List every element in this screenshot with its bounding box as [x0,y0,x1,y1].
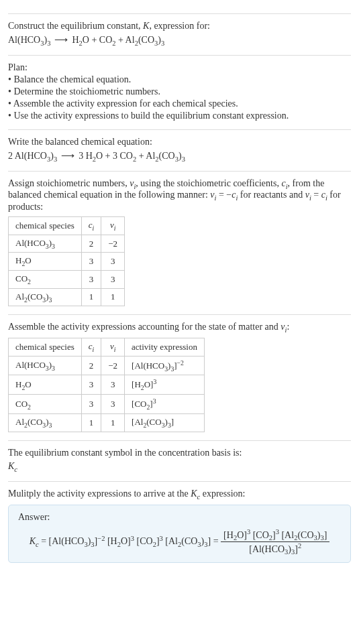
cell-vi: 3 [101,270,125,288]
plan-item: • Use the activity expressions to build … [8,111,351,121]
answer-formula: Kc = [Al(HCO3)3]−2 [H2O]3 [CO2]3 [Al2(CO… [18,528,341,556]
cell-vi: 3 [101,395,125,414]
symbol-text: The equilibrium constant symbol in the c… [8,448,351,458]
table-row: H2O 3 3 [9,253,125,271]
cell-species: Al(HCO3)3 [9,356,82,375]
cell-ci: 3 [81,375,101,395]
plan-title: Plan: [8,62,351,73]
cell-vi: 1 [101,414,125,432]
multiply-section: Mulitply the activity expressions to arr… [8,481,351,564]
cell-species: CO2 [9,395,82,414]
table-row: CO2 3 3 [CO2]3 [9,395,205,414]
table-header-row: chemical species ci νi [9,217,125,235]
table-row: Al2(CO3)3 1 1 [9,288,125,306]
activity-text: Assemble the activity expressions accoun… [8,322,351,334]
th-ci: ci [81,338,101,356]
intro-text: Construct the equilibrium constant, K, e… [8,21,351,31]
cell-species: H2O [9,253,82,271]
th-species: chemical species [9,338,82,356]
fraction-numerator: [H2O]3 [CO2]3 [Al2(CO3)3] [221,528,329,542]
cell-species: CO2 [9,270,82,288]
table-row: CO2 3 3 [9,270,125,288]
plan-item: • Assemble the activity expression for e… [8,99,351,109]
activity-section: Assemble the activity expressions accoun… [8,314,351,432]
plan-item: • Balance the chemical equation. [8,74,351,85]
table-row: Al(HCO3)3 2 −2 [9,235,125,253]
balanced-equation: 2 Al(HCO3)3⟶3 H2O + 3 CO2 + Al2(CO3)3 [8,150,351,163]
cell-ci: 2 [81,356,101,375]
cell-activity: [Al(HCO3)3]−2 [125,356,205,375]
th-ci: ci [81,217,101,235]
cell-vi: 3 [101,375,125,395]
intro-equation: Al(HCO3)3⟶H2O + CO2 + Al2(CO3)3 [8,34,351,47]
plan-section: Plan: • Balance the chemical equation. •… [8,55,351,121]
symbol-section: The equilibrium constant symbol in the c… [8,440,351,473]
answer-label: Answer: [18,512,341,523]
stoich-table: chemical species ci νi Al(HCO3)3 2 −2 H2… [8,216,125,306]
cell-species: Al2(CO3)3 [9,288,82,306]
multiply-text: Mulitply the activity expressions to arr… [8,489,351,501]
th-species: chemical species [9,217,82,235]
table-header-row: chemical species ci νi activity expressi… [9,338,205,356]
cell-vi: 1 [101,288,125,306]
cell-species: Al2(CO3)3 [9,414,82,432]
table-row: H2O 3 3 [H2O]3 [9,375,205,395]
cell-vi: −2 [101,235,125,253]
stoich-text: Assign stoichiometric numbers, νi, using… [8,178,351,213]
activity-table: chemical species ci νi activity expressi… [8,338,205,432]
fraction: [H2O]3 [CO2]3 [Al2(CO3)3] [Al(HCO3)3]2 [221,528,329,556]
intro-section: Construct the equilibrium constant, K, e… [8,13,351,47]
balanced-section: Write the balanced chemical equation: 2 … [8,129,351,163]
fraction-denominator: [Al(HCO3)3]2 [221,542,329,556]
cell-ci: 3 [81,395,101,414]
answer-box: Answer: Kc = [Al(HCO3)3]−2 [H2O]3 [CO2]3… [8,505,351,564]
cell-activity: [CO2]3 [125,395,205,414]
th-vi: νi [101,338,125,356]
cell-ci: 2 [81,235,101,253]
cell-ci: 1 [81,414,101,432]
cell-activity: [Al2(CO3)3] [125,414,205,432]
table-row: Al2(CO3)3 1 1 [Al2(CO3)3] [9,414,205,432]
cell-vi: 3 [101,253,125,271]
cell-activity: [H2O]3 [125,375,205,395]
cell-ci: 3 [81,270,101,288]
th-activity: activity expression [125,338,205,356]
plan-list: • Balance the chemical equation. • Deter… [8,74,351,121]
cell-ci: 3 [81,253,101,271]
stoich-section: Assign stoichiometric numbers, νi, using… [8,171,351,307]
symbol-value: Kc [8,461,351,473]
th-vi: νi [101,217,125,235]
plan-item: • Determine the stoichiometric numbers. [8,86,351,97]
cell-species: Al(HCO3)3 [9,235,82,253]
table-row: Al(HCO3)3 2 −2 [Al(HCO3)3]−2 [9,356,205,375]
balanced-label: Write the balanced chemical equation: [8,137,351,147]
cell-species: H2O [9,375,82,395]
cell-vi: −2 [101,356,125,375]
cell-ci: 1 [81,288,101,306]
